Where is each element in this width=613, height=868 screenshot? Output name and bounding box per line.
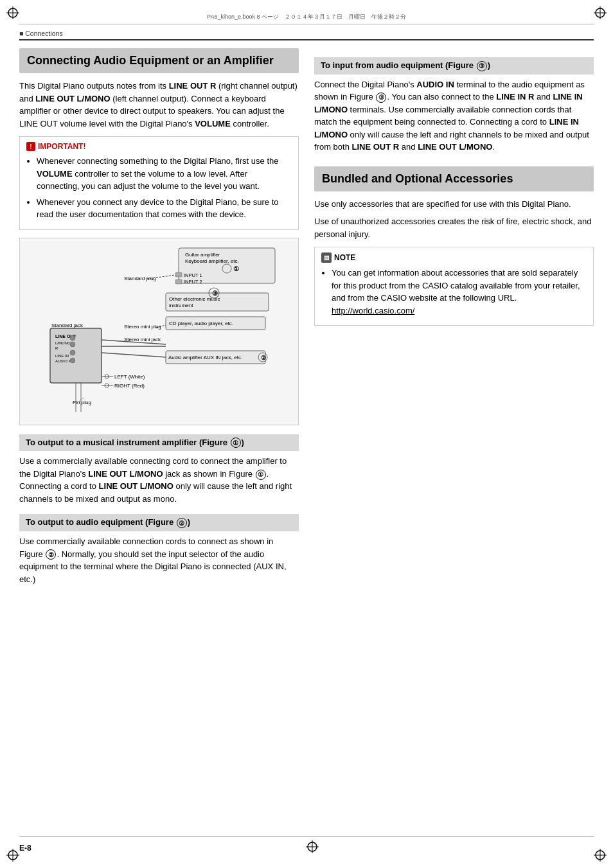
important-box: ! IMPORTANT! Whenever connecting somethi… xyxy=(19,136,299,230)
breadcrumb: ■ Connections xyxy=(19,30,594,40)
svg-text:LEFT (White): LEFT (White) xyxy=(114,374,145,380)
sub2-text: Use commercially available connection co… xyxy=(19,535,299,585)
important-icon: ! xyxy=(26,142,35,151)
left-section-title: Connecting Audio Equipment or an Amplifi… xyxy=(27,53,291,68)
connection-diagram: Guitar amplifier Keyboard amplifier, etc… xyxy=(37,245,281,418)
svg-point-41 xyxy=(70,350,75,355)
svg-point-42 xyxy=(70,358,75,363)
corner-mark-br xyxy=(594,849,607,862)
bundled-text2: Use of unauthorized accessories creates … xyxy=(314,215,594,240)
svg-point-40 xyxy=(70,342,75,347)
sub1-text: Use a commercially available connecting … xyxy=(19,455,299,505)
svg-point-39 xyxy=(70,335,75,341)
svg-text:LINE IN: LINE IN xyxy=(55,354,69,358)
note-item-1: You can get information about accessorie… xyxy=(332,267,587,317)
svg-text:INPUT 1: INPUT 1 xyxy=(184,272,202,278)
corner-mark-bl xyxy=(6,849,19,862)
svg-text:③: ③ xyxy=(212,290,218,297)
diagram-svg-wrap: Guitar amplifier Keyboard amplifier, etc… xyxy=(26,245,292,418)
svg-text:②: ② xyxy=(261,355,266,361)
svg-text:Audio amplifier AUX IN jack, e: Audio amplifier AUX IN jack, etc. xyxy=(168,355,242,360)
left-section-header: Connecting Audio Equipment or an Amplifi… xyxy=(19,48,299,73)
sub3-text: Connect the Digital Piano's AUDIO IN ter… xyxy=(314,78,594,154)
col-left: Connecting Audio Equipment or an Amplifi… xyxy=(19,48,299,590)
bundled-text1: Use only accessories that are specified … xyxy=(314,198,594,211)
casio-url-link[interactable]: http://world.casio.com/ xyxy=(332,306,414,315)
note-title: ▤ NOTE xyxy=(321,252,587,263)
note-list: You can get information about accessorie… xyxy=(321,267,587,317)
sub2-title: To output to audio equipment (Figure ②) xyxy=(26,517,190,527)
sub1-header: To output to a musical instrument amplif… xyxy=(19,434,299,452)
header-meta: PA6_kihon_e.book 8 ページ ２０１４年３月１７日 月曜日 午後… xyxy=(19,13,594,24)
two-col-layout: Connecting Audio Equipment or an Amplifi… xyxy=(19,48,594,590)
sub3-header: To input from audio equipment (Figure ③) xyxy=(314,57,594,75)
important-list: Whenever connecting something to the Dig… xyxy=(26,155,292,221)
svg-text:Keyboard amplifier, etc.: Keyboard amplifier, etc. xyxy=(185,258,239,264)
important-item-1: Whenever connecting something to the Dig… xyxy=(37,155,292,193)
sub3-title: To input from audio equipment (Figure ③) xyxy=(321,60,490,70)
corner-mark-tr xyxy=(594,6,607,19)
svg-text:INPUT 2: INPUT 2 xyxy=(184,279,202,285)
svg-rect-19 xyxy=(175,272,182,277)
svg-text:Standard jack: Standard jack xyxy=(51,323,84,328)
footer-center-mark xyxy=(306,840,319,855)
svg-text:instrument: instrument xyxy=(169,303,193,308)
svg-text:RIGHT (Red): RIGHT (Red) xyxy=(114,383,145,389)
page: PA6_kihon_e.book 8 ページ ２０１４年３月１７日 月曜日 午後… xyxy=(0,0,613,868)
svg-text:①: ① xyxy=(233,265,239,272)
svg-text:R: R xyxy=(55,346,58,350)
svg-text:Stereo mini plug: Stereo mini plug xyxy=(124,324,161,330)
corner-mark-tl xyxy=(6,6,19,19)
svg-line-46 xyxy=(102,353,166,357)
svg-text:Other electronic music: Other electronic music xyxy=(169,296,220,302)
svg-text:AUDIO IN: AUDIO IN xyxy=(55,359,73,363)
svg-text:CD player, audio player, etc.: CD player, audio player, etc. xyxy=(169,321,233,326)
left-intro-text: This Digital Piano outputs notes from it… xyxy=(19,80,299,130)
important-item-2: Whenever you connect any device to the D… xyxy=(37,196,292,221)
sub1-title: To output to a musical instrument amplif… xyxy=(26,438,244,447)
right-section-header: Bundled and Optional Accessories xyxy=(314,166,594,191)
note-box: ▤ NOTE You can get information about acc… xyxy=(314,247,594,326)
svg-text:L/MONO: L/MONO xyxy=(55,341,71,345)
note-icon: ▤ xyxy=(321,252,332,263)
page-number: E-8 xyxy=(19,844,31,853)
svg-text:Pin plug: Pin plug xyxy=(73,400,91,405)
svg-rect-20 xyxy=(175,279,182,284)
sub2-header: To output to audio equipment (Figure ②) xyxy=(19,514,299,531)
right-section-title: Bundled and Optional Accessories xyxy=(322,172,586,186)
diagram-area: Guitar amplifier Keyboard amplifier, etc… xyxy=(19,238,299,425)
svg-text:Guitar amplifier: Guitar amplifier xyxy=(185,252,220,258)
col-right: To input from audio equipment (Figure ③)… xyxy=(314,48,594,590)
footer: E-8 xyxy=(19,836,594,855)
important-title: ! IMPORTANT! xyxy=(26,142,292,151)
